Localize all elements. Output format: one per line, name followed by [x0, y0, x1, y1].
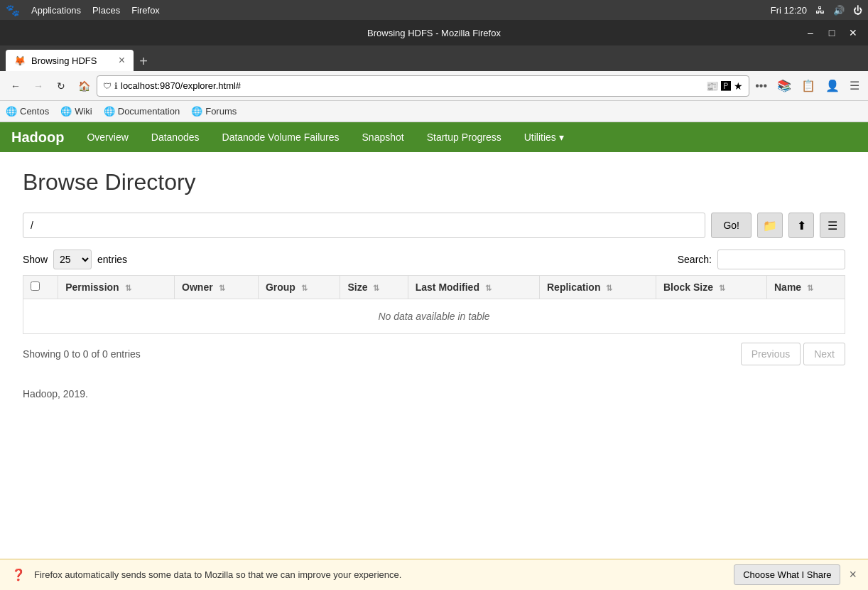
- tab-favicon: 🦊: [14, 55, 26, 66]
- sort-icon-size: ⇅: [373, 284, 379, 292]
- bookmark-documentation-icon: 🌐: [104, 106, 115, 117]
- minimize-button[interactable]: –: [801, 23, 820, 42]
- security-icon: 🛡: [103, 81, 112, 91]
- info-icon: ℹ: [114, 81, 118, 91]
- places-menu[interactable]: Places: [92, 5, 120, 16]
- sort-icon-permission: ⇅: [125, 284, 131, 292]
- nav-utilities[interactable]: Utilities: [513, 126, 575, 149]
- previous-button[interactable]: Previous: [741, 343, 801, 365]
- back-button[interactable]: ←: [6, 76, 26, 96]
- bookmark-wiki-icon: 🌐: [60, 106, 72, 117]
- pagination-buttons: Previous Next: [741, 343, 845, 365]
- os-logo: 🐾: [6, 4, 20, 17]
- bookmark-wiki[interactable]: 🌐 Wiki: [60, 106, 92, 117]
- nav-snapshot[interactable]: Snapshot: [351, 126, 416, 149]
- network-icon: 🖧: [815, 5, 825, 16]
- nav-bar: ← → ↻ 🏠 🛡 ℹ 📰 🅿 ★ ••• 📚 📋 👤 ☰: [0, 71, 868, 101]
- go-button[interactable]: Go!: [711, 213, 752, 238]
- sort-icon-name: ⇅: [807, 284, 813, 292]
- col-name[interactable]: Name ⇅: [766, 276, 845, 299]
- applications-menu[interactable]: Applications: [31, 5, 81, 16]
- upload-icon-button[interactable]: ⬆: [788, 213, 814, 238]
- notification-bar: ❓ Firefox automatically sends some data …: [0, 559, 868, 590]
- reader-mode-icon[interactable]: 📰: [706, 80, 718, 92]
- more-button[interactable]: •••: [752, 78, 770, 94]
- col-permission[interactable]: Permission ⇅: [58, 276, 175, 299]
- nav-datanode-volume-failures[interactable]: Datanode Volume Failures: [211, 126, 351, 149]
- sort-icon-block-size: ⇅: [719, 284, 725, 292]
- synced-tabs-button[interactable]: 📋: [798, 77, 818, 94]
- pocket-icon[interactable]: 🅿: [721, 80, 731, 92]
- bookmarks-bar: 🌐 Centos 🌐 Wiki 🌐 Documentation 🌐 Forums: [0, 101, 868, 122]
- nav-datanodes[interactable]: Datanodes: [140, 126, 211, 149]
- main-content: Browse Directory Go! 📁 ⬆ ☰ Show 25 50 10…: [0, 152, 868, 559]
- bookmark-centos-icon: 🌐: [6, 106, 17, 117]
- hadoop-brand: Hadoop: [11, 129, 64, 146]
- browser-window: Browsing HDFS - Mozilla Firefox – □ ✕ 🦊 …: [0, 20, 868, 590]
- bookmark-centos[interactable]: 🌐 Centos: [6, 106, 49, 117]
- bookmark-forums-label: Forums: [205, 106, 237, 117]
- home-button[interactable]: 🏠: [74, 76, 94, 96]
- col-group[interactable]: Group ⇅: [258, 276, 340, 299]
- tab-close-button[interactable]: ×: [119, 55, 125, 66]
- sort-icon-last-modified: ⇅: [485, 284, 492, 292]
- col-block-size[interactable]: Block Size ⇅: [656, 276, 766, 299]
- table-controls: Show 25 50 100 entries Search:: [23, 250, 845, 269]
- col-replication[interactable]: Replication ⇅: [540, 276, 656, 299]
- next-button[interactable]: Next: [803, 343, 845, 365]
- url-bar-container: 🛡 ℹ 📰 🅿 ★: [97, 75, 749, 97]
- firefox-menu[interactable]: Firefox: [131, 5, 160, 16]
- os-time: Fri 12:20: [771, 5, 807, 16]
- nav-overview[interactable]: Overview: [75, 126, 139, 149]
- no-data-cell: No data available in table: [23, 299, 845, 334]
- folder-icon-button[interactable]: 📁: [757, 213, 783, 238]
- search-bar: Search:: [678, 250, 845, 269]
- table-no-data-row: No data available in table: [23, 299, 845, 334]
- power-icon[interactable]: ⏻: [853, 5, 862, 16]
- entries-select[interactable]: 25 50 100: [53, 250, 92, 269]
- menu-button[interactable]: ☰: [847, 77, 862, 94]
- close-button[interactable]: ✕: [844, 23, 862, 42]
- sort-icon-replication: ⇅: [606, 284, 612, 292]
- reload-button[interactable]: ↻: [51, 76, 71, 96]
- volume-icon: 🔊: [833, 5, 845, 16]
- pagination-bar: Showing 0 to 0 of 0 entries Previous Nex…: [23, 343, 845, 365]
- select-all-checkbox[interactable]: [31, 281, 40, 291]
- nav-startup-progress[interactable]: Startup Progress: [416, 126, 513, 149]
- page-title: Browse Directory: [23, 169, 845, 195]
- sidebar-toggle-button[interactable]: 📚: [774, 77, 794, 94]
- search-input[interactable]: [717, 250, 845, 269]
- bookmark-documentation-label: Documentation: [118, 106, 180, 117]
- new-tab-button[interactable]: +: [134, 51, 153, 71]
- col-size[interactable]: Size ⇅: [340, 276, 408, 299]
- content-footer: Hadoop, 2019.: [23, 388, 845, 399]
- notification-icon: ❓: [11, 568, 26, 581]
- browser-tab[interactable]: 🦊 Browsing HDFS ×: [6, 50, 134, 71]
- os-topbar: 🐾 Applications Places Firefox Fri 12:20 …: [0, 0, 868, 20]
- title-bar: Browsing HDFS - Mozilla Firefox – □ ✕: [0, 20, 868, 45]
- path-input[interactable]: [23, 213, 705, 238]
- bookmark-centos-label: Centos: [20, 106, 49, 117]
- notification-text: Firefox automatically sends some data to…: [34, 569, 725, 580]
- pagination-info: Showing 0 to 0 of 0 entries: [23, 348, 141, 360]
- bookmark-star-icon[interactable]: ★: [734, 80, 743, 92]
- search-label: Search:: [678, 254, 712, 265]
- notification-close-button[interactable]: ×: [849, 567, 857, 582]
- account-button[interactable]: 👤: [823, 77, 842, 94]
- col-checkbox: [23, 276, 58, 299]
- bookmark-forums-icon: 🌐: [191, 106, 202, 117]
- window-title: Browsing HDFS - Mozilla Firefox: [367, 28, 501, 38]
- bookmark-wiki-label: Wiki: [75, 106, 92, 117]
- col-owner[interactable]: Owner ⇅: [175, 276, 259, 299]
- list-icon-button[interactable]: ☰: [820, 213, 845, 238]
- url-input[interactable]: [121, 80, 703, 91]
- bookmark-forums[interactable]: 🌐 Forums: [191, 106, 237, 117]
- show-entries: Show 25 50 100 entries: [23, 250, 127, 269]
- show-label: Show: [23, 254, 48, 265]
- forward-button[interactable]: →: [28, 76, 48, 96]
- maximize-button[interactable]: □: [823, 23, 841, 42]
- choose-what-share-button[interactable]: Choose What I Share: [734, 564, 840, 585]
- col-last-modified[interactable]: Last Modified ⇅: [408, 276, 539, 299]
- bookmark-documentation[interactable]: 🌐 Documentation: [104, 106, 180, 117]
- hadoop-nav: Hadoop Overview Datanodes Datanode Volum…: [0, 122, 868, 152]
